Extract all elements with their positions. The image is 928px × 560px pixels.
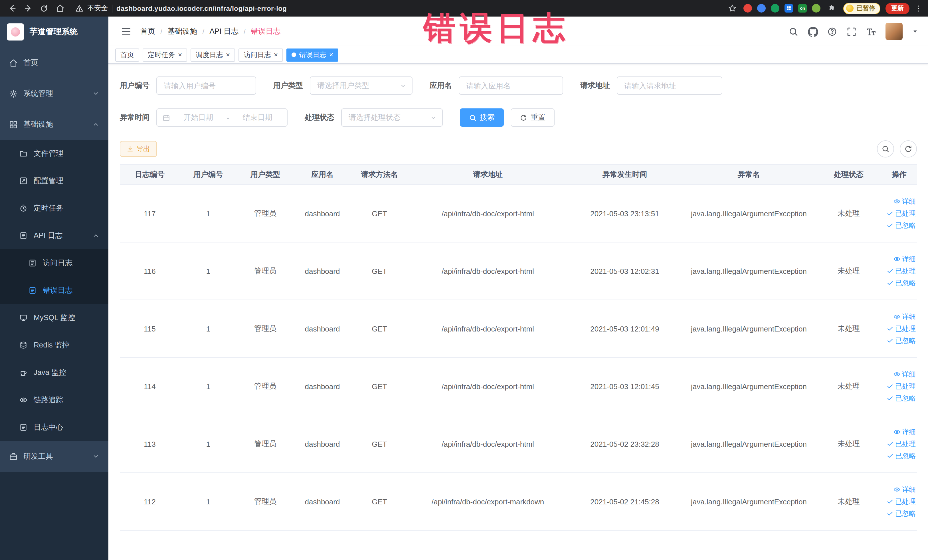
- tab[interactable]: 调度日志 ×: [191, 48, 235, 61]
- mark-processed-link[interactable]: 已处理: [887, 497, 916, 507]
- mark-ignored-link[interactable]: 已忽略: [887, 509, 916, 518]
- chevron-down-icon: [430, 114, 437, 121]
- breadcrumb-home[interactable]: 首页: [140, 26, 155, 37]
- detail-link-label: 详细: [902, 197, 916, 206]
- fullscreen-icon[interactable]: [847, 26, 856, 36]
- tab[interactable]: 错误日志 ×: [286, 48, 338, 61]
- extension-green-icon[interactable]: [771, 4, 779, 12]
- user-type-label: 用户类型: [273, 81, 303, 91]
- extensions-puzzle-icon[interactable]: [826, 2, 838, 15]
- mark-processed-link[interactable]: 已处理: [887, 324, 916, 334]
- sidebar-item-log-center[interactable]: 日志中心: [0, 414, 108, 441]
- app-logo[interactable]: 芋道管理系统: [0, 17, 108, 47]
- user-id-input[interactable]: [156, 76, 256, 95]
- mark-processed-link[interactable]: 已处理: [887, 266, 916, 276]
- process-status-select[interactable]: 请选择处理状态: [341, 108, 443, 127]
- sidebar-item-java-monitor[interactable]: Java 监控: [0, 359, 108, 386]
- breadcrumb-api-log[interactable]: API 日志: [210, 26, 238, 37]
- close-icon[interactable]: ×: [274, 51, 278, 58]
- sidebar-item-dev-tools[interactable]: 研发工具: [0, 441, 108, 472]
- extension-grid-icon[interactable]: [785, 4, 793, 12]
- breadcrumb-separator: /: [202, 27, 204, 36]
- mark-ignored-link[interactable]: 已忽略: [887, 221, 916, 230]
- mark-processed-link[interactable]: 已处理: [887, 381, 916, 391]
- sidebar-item-system[interactable]: 系统管理: [0, 78, 108, 109]
- sidebar-item-scheduled-jobs[interactable]: 定时任务: [0, 195, 108, 222]
- detail-link[interactable]: 详细: [893, 427, 916, 437]
- font-size-icon[interactable]: [866, 26, 876, 36]
- detail-link[interactable]: 详细: [893, 254, 916, 264]
- sidebar-item-redis-monitor[interactable]: Redis 监控: [0, 331, 108, 359]
- mark-processed-link[interactable]: 已处理: [887, 209, 916, 218]
- sidebar-item-infra[interactable]: 基础设施: [0, 109, 108, 140]
- back-icon[interactable]: [6, 2, 18, 15]
- app-name-label: 应用名: [430, 81, 452, 91]
- sidebar-item-config-manage[interactable]: 配置管理: [0, 167, 108, 195]
- reload-icon[interactable]: [38, 2, 50, 15]
- github-icon[interactable]: [808, 26, 818, 36]
- search-icon[interactable]: [789, 26, 798, 36]
- chrome-update-button[interactable]: 更新: [885, 3, 910, 14]
- sidebar-item-file-manage[interactable]: 文件管理: [0, 140, 108, 167]
- address-bar[interactable]: 不安全 dashboard.yudao.iocoder.cn/infra/log…: [75, 3, 722, 13]
- export-button[interactable]: 导出: [120, 141, 157, 157]
- sidebar-item-access-log[interactable]: 访问日志: [0, 249, 108, 277]
- detail-link[interactable]: 详细: [893, 197, 916, 206]
- user-id-label: 用户编号: [120, 81, 150, 91]
- refresh-table-button[interactable]: [900, 140, 917, 157]
- mark-ignored-link[interactable]: 已忽略: [887, 451, 916, 461]
- sidebar-item-api-log[interactable]: API 日志: [0, 222, 108, 249]
- bookmark-star-icon[interactable]: [726, 2, 738, 15]
- cell-exception-name: java.lang.IllegalArgumentException: [682, 357, 816, 415]
- forward-icon[interactable]: [22, 2, 34, 15]
- cell-app-name: dashboard: [294, 357, 351, 415]
- app-title: 芋道管理系统: [30, 27, 78, 37]
- close-icon[interactable]: ×: [178, 51, 182, 58]
- detail-link[interactable]: 详细: [893, 485, 916, 494]
- help-icon[interactable]: [827, 26, 837, 36]
- date-range-picker[interactable]: 开始日期 - 结束日期: [156, 108, 288, 127]
- search-button[interactable]: 搜索: [460, 108, 504, 127]
- cell-method: GET: [351, 185, 408, 242]
- breadcrumb-separator: /: [244, 27, 246, 36]
- cell-process-status: 未处理: [816, 415, 882, 473]
- user-type-select[interactable]: 请选择用户类型: [310, 76, 412, 95]
- app-name-input[interactable]: [459, 76, 563, 95]
- tab[interactable]: 定时任务 ×: [143, 48, 187, 61]
- breadcrumb-infra[interactable]: 基础设施: [168, 26, 197, 37]
- sidebar-item-error-log[interactable]: 错误日志: [0, 277, 108, 304]
- sidebar-item-home[interactable]: 首页: [0, 47, 108, 78]
- mark-ignored-link[interactable]: 已忽略: [887, 394, 916, 403]
- detail-link[interactable]: 详细: [893, 369, 916, 379]
- caret-down-icon[interactable]: [912, 29, 918, 34]
- chevron-down-icon: [92, 453, 99, 460]
- user-avatar[interactable]: [885, 23, 903, 40]
- extension-on-icon[interactable]: on: [798, 4, 807, 12]
- mark-ignored-link[interactable]: 已忽略: [887, 278, 916, 288]
- extension-red-icon[interactable]: [743, 4, 752, 12]
- sidebar-item-trace[interactable]: 链路追踪: [0, 386, 108, 414]
- cell-user-id: 1: [180, 242, 237, 300]
- process-status-label: 处理状态: [305, 112, 334, 123]
- tab-label: 定时任务: [148, 50, 175, 60]
- page: 不安全 dashboard.yudao.iocoder.cn/infra/log…: [0, 0, 928, 560]
- close-icon[interactable]: ×: [329, 51, 333, 58]
- tab[interactable]: 访问日志 ×: [238, 48, 283, 61]
- log-center-icon: [20, 423, 28, 432]
- hamburger-fold-icon[interactable]: [121, 26, 131, 37]
- mark-ignored-link[interactable]: 已忽略: [887, 336, 916, 345]
- toggle-search-button[interactable]: [877, 140, 894, 157]
- request-url-input[interactable]: [617, 76, 722, 95]
- profile-paused-badge[interactable]: 已暂停: [843, 3, 881, 14]
- sidebar-item-mysql-monitor[interactable]: MySQL 监控: [0, 304, 108, 331]
- close-icon[interactable]: ×: [226, 51, 230, 58]
- tab[interactable]: 首页: [115, 48, 139, 61]
- home-button-icon[interactable]: [53, 2, 66, 15]
- cell-user-type: 管理员: [237, 357, 294, 415]
- reset-button[interactable]: 重置: [511, 108, 554, 127]
- extension-blue-icon[interactable]: [757, 4, 766, 12]
- browser-menu-icon[interactable]: ⋮: [914, 4, 923, 12]
- detail-link[interactable]: 详细: [893, 312, 916, 322]
- mark-processed-link[interactable]: 已处理: [887, 439, 916, 449]
- extension-leaf-icon[interactable]: [812, 4, 820, 12]
